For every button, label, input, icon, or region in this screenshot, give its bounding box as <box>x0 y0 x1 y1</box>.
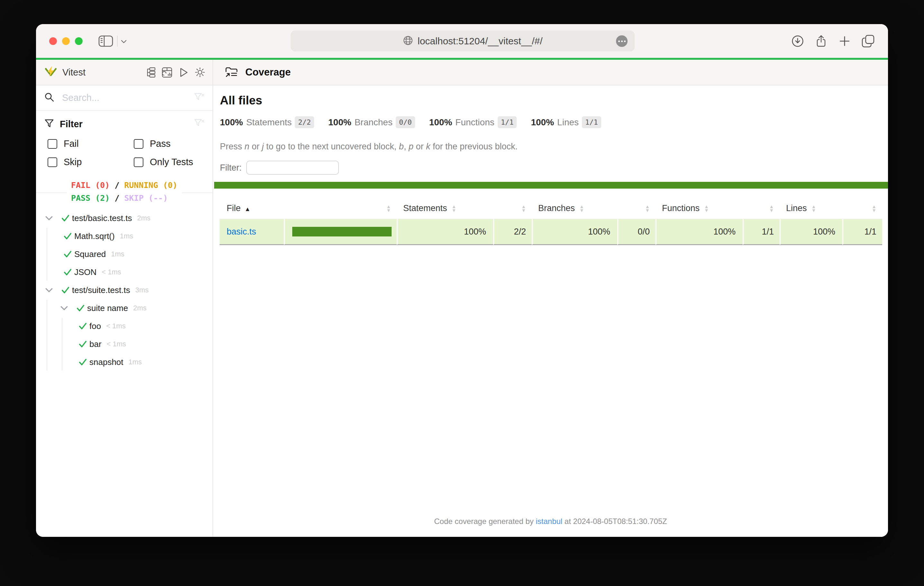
test-name: snapshot <box>89 357 124 367</box>
test-name: bar <box>89 339 102 349</box>
column-header-chart[interactable] <box>284 198 397 219</box>
test-tree-item[interactable]: test/basic.test.ts2ms <box>36 209 213 227</box>
test-duration: 1ms <box>120 232 134 240</box>
metric-fraction: 2/2 <box>295 116 314 128</box>
chevron-down-icon[interactable] <box>45 216 53 221</box>
test-tree-item[interactable]: JSON< 1ms <box>36 263 213 281</box>
hint-text: or <box>249 142 262 151</box>
checkbox-label: Fail <box>64 138 79 149</box>
column-header-statements-raw[interactable] <box>493 198 532 219</box>
footer-text: at 2024-08-05T08:51:30.705Z <box>562 517 667 526</box>
pass-check-icon <box>63 250 72 258</box>
column-header-lines[interactable]: Lines <box>780 198 842 219</box>
pass-check-icon <box>63 232 72 240</box>
tree-view-icon[interactable] <box>145 67 156 78</box>
column-header-branches[interactable]: Branches <box>532 198 617 219</box>
checkbox-fail[interactable]: Fail <box>48 138 134 149</box>
search-input[interactable] <box>61 92 194 104</box>
tab-overview-icon[interactable] <box>861 35 874 49</box>
column-header-file[interactable]: File▲ <box>219 198 284 219</box>
all-files-heading: All files <box>220 94 888 107</box>
column-header-lines-raw[interactable] <box>842 198 882 219</box>
clear-filter-icon[interactable] <box>194 118 205 130</box>
file-link[interactable]: basic.ts <box>227 227 256 237</box>
checkbox-box[interactable] <box>48 157 57 167</box>
downloads-icon[interactable] <box>791 35 804 49</box>
sort-icon[interactable] <box>579 205 584 212</box>
test-duration: < 1ms <box>106 322 126 330</box>
metric-lines: 100%Lines1/1 <box>531 116 601 128</box>
checkbox-pass[interactable]: Pass <box>134 138 205 149</box>
functions-frac-cell: 1/1 <box>742 219 780 245</box>
column-header-statements[interactable]: Statements <box>397 198 493 219</box>
coverage-filter-input[interactable] <box>246 161 339 175</box>
test-tree-item[interactable]: Math.sqrt()1ms <box>36 227 213 245</box>
coverage-header: Coverage <box>213 60 888 86</box>
checkbox-box[interactable] <box>134 157 144 167</box>
sidebar-header: Vitest <box>36 60 213 86</box>
column-header-branches-raw[interactable] <box>617 198 655 219</box>
sort-icon[interactable] <box>521 205 526 212</box>
coverage-filter-row: Filter: <box>220 161 888 175</box>
toolbar-actions <box>791 35 874 49</box>
column-header-functions[interactable]: Functions <box>655 198 742 219</box>
metric-fraction: 1/1 <box>498 116 517 128</box>
summary-line-2: PASS (2) / SKIP (--) <box>71 192 177 205</box>
checkbox-only-tests[interactable]: Only Tests <box>134 157 205 167</box>
checkbox-box[interactable] <box>48 139 57 149</box>
theme-toggle-icon[interactable] <box>195 67 205 78</box>
chevron-down-icon[interactable] <box>121 39 127 45</box>
sort-icon[interactable] <box>871 205 876 212</box>
checkbox-box[interactable] <box>134 139 144 149</box>
sidebar-toolbar <box>145 67 205 78</box>
pass-check-icon <box>63 268 72 276</box>
page-options-button[interactable] <box>616 35 627 47</box>
metric-branches: 100%Branches0/0 <box>328 116 415 128</box>
test-duration: 1ms <box>129 358 142 366</box>
test-tree-item[interactable]: snapshot1ms <box>36 353 213 371</box>
column-header-functions-raw[interactable] <box>742 198 780 219</box>
filter-header: Filter <box>45 111 205 137</box>
toolbar-separator <box>117 36 118 46</box>
vitest-logo <box>45 65 57 79</box>
summary-separator: / <box>110 193 124 203</box>
sort-icon[interactable] <box>452 205 457 212</box>
lines-frac-cell: 1/1 <box>842 219 882 245</box>
column-label: File <box>227 203 241 213</box>
metric-percent: 100% <box>328 117 351 128</box>
report-footer: Code coverage generated by istanbul at 2… <box>213 517 888 526</box>
footer-text: Code coverage generated by <box>434 517 536 526</box>
sort-icon[interactable] <box>386 205 391 212</box>
sort-icon[interactable] <box>812 205 816 212</box>
checkbox-label: Only Tests <box>150 157 193 167</box>
minimize-button[interactable] <box>62 37 70 45</box>
test-tree-item[interactable]: suite name2ms <box>36 299 213 317</box>
test-tree-item[interactable]: Squared1ms <box>36 245 213 263</box>
test-tree-item[interactable]: bar< 1ms <box>36 335 213 353</box>
test-tree-item[interactable]: foo< 1ms <box>36 317 213 335</box>
dashboard-icon[interactable] <box>162 67 172 78</box>
running-count: RUNNING (0) <box>124 181 178 190</box>
share-icon[interactable] <box>815 35 828 49</box>
zoom-button[interactable] <box>75 37 82 45</box>
coverage-status-bar <box>214 182 888 189</box>
test-summary: FAIL (0) / RUNNING (0) PASS (2) / SKIP (… <box>66 178 182 205</box>
clear-search-filter-icon[interactable] <box>194 92 205 104</box>
address-bar[interactable]: localhost:51204/__vitest__/#/ <box>290 31 635 51</box>
sort-icon[interactable] <box>769 205 774 212</box>
chevron-down-icon[interactable] <box>60 306 68 311</box>
sort-asc-icon: ▲ <box>245 206 251 212</box>
checkbox-skip[interactable]: Skip <box>48 157 134 167</box>
sort-icon[interactable] <box>645 205 650 212</box>
test-tree-item[interactable]: test/suite.test.ts3ms <box>36 281 213 299</box>
chevron-down-icon[interactable] <box>45 288 53 293</box>
column-label: Lines <box>786 203 807 213</box>
new-tab-icon[interactable] <box>838 35 851 49</box>
sort-icon[interactable] <box>704 205 709 212</box>
search-bar <box>36 86 213 111</box>
close-button[interactable] <box>49 37 57 45</box>
istanbul-link[interactable]: istanbul <box>536 517 562 526</box>
sidebar-toggle-icon[interactable] <box>98 35 113 48</box>
checkbox-label: Skip <box>64 157 82 167</box>
run-all-icon[interactable] <box>178 67 188 78</box>
